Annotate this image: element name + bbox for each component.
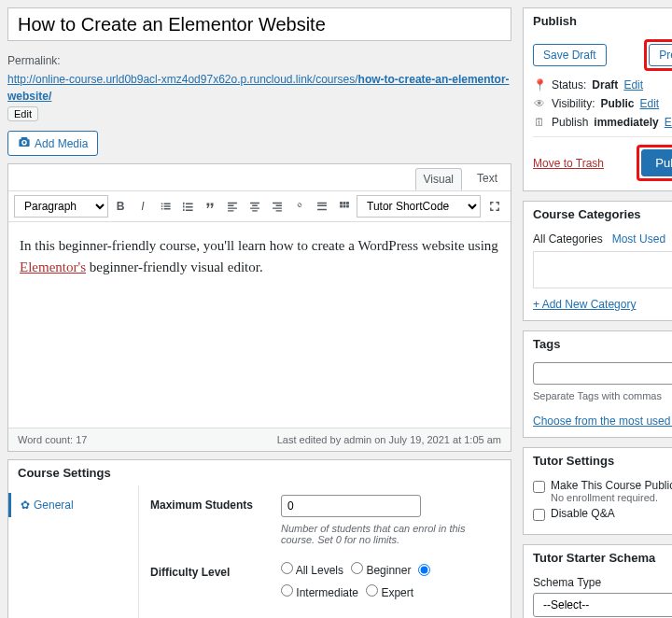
schedule-value: immediately	[594, 116, 658, 129]
visibility-edit-link[interactable]: Edit	[639, 97, 659, 110]
save-draft-button[interactable]: Save Draft	[533, 44, 607, 66]
calendar-icon: 🗓	[533, 116, 546, 129]
editor: Visual Text Paragraph B I Tutor ShortCod…	[7, 163, 511, 452]
categories-list	[533, 251, 672, 288]
max-students-desc: Number of students that can enrol in thi…	[281, 523, 499, 545]
schema-type-select[interactable]: --Select--	[533, 593, 672, 617]
radio-expert[interactable]: Expert	[366, 584, 413, 599]
difficulty-radios: All Levels Beginner Intermediate Expert	[281, 562, 499, 599]
last-edited: Last edited by admin on July 19, 2021 at…	[277, 434, 501, 445]
editor-content[interactable]: In this beginner-friendly course, you'll…	[8, 222, 511, 428]
publish-button[interactable]: Publish	[641, 149, 672, 176]
gear-icon: ✿	[21, 499, 30, 512]
add-category-link[interactable]: + Add New Category	[533, 298, 636, 311]
visibility-value: Public	[600, 97, 634, 110]
highlight-publish: Publish	[637, 145, 672, 181]
move-up-icon[interactable]: ∧	[667, 552, 672, 565]
move-up-icon[interactable]: ∧	[667, 208, 672, 221]
editor-tab-text[interactable]: Text	[469, 168, 505, 190]
visibility-label: Visibility:	[552, 97, 595, 110]
tags-box: Tags ∧ ∨ ▴ Add Separate Tags with commas…	[523, 330, 672, 438]
align-right-icon[interactable]	[267, 196, 287, 217]
make-public-checkbox[interactable]	[533, 481, 545, 493]
italic-icon[interactable]: I	[133, 196, 153, 217]
tag-help: Separate Tags with commas	[533, 390, 672, 401]
tag-choose-link[interactable]: Choose from the most used Tags	[533, 414, 672, 428]
radio-intermediate[interactable]: Intermediate	[281, 584, 358, 599]
svg-rect-5	[346, 205, 349, 208]
max-students-input[interactable]	[281, 495, 421, 517]
pin-icon: 📍	[533, 78, 546, 91]
schema-type-label: Schema Type	[533, 576, 672, 589]
bullet-list-icon[interactable]	[155, 196, 175, 217]
tab-general-label: General	[34, 499, 74, 512]
editor-status-bar: Word count: 17 Last edited by admin on J…	[8, 428, 511, 451]
schema-box: Tutor Starter Schema ∧ ∨ ▴ Schema Type -…	[523, 544, 672, 618]
course-settings-title: Course Settings	[8, 460, 511, 485]
permalink-label: Permalink:	[7, 52, 61, 69]
radio-beginner[interactable]: Beginner	[351, 562, 411, 577]
status-edit-link[interactable]: Edit	[623, 78, 643, 91]
editor-tab-visual[interactable]: Visual	[415, 168, 462, 190]
radio-all-levels[interactable]: All Levels	[281, 562, 343, 577]
tutor-shortcode-select[interactable]: Tutor ShortCode	[357, 195, 481, 218]
disable-qa-label: Disable Q&A	[551, 507, 615, 520]
post-title-input[interactable]	[7, 7, 511, 41]
make-public-label: Make This Course Public	[551, 479, 672, 492]
svg-rect-1	[343, 202, 346, 204]
tutor-settings-box: Tutor Settings ∧ ∨ ▴ Make This Course Pu…	[523, 447, 672, 535]
read-more-icon[interactable]	[312, 196, 332, 217]
permalink-link[interactable]: http://online-course.urld0b9acl-xmz4od97…	[7, 71, 511, 105]
svg-rect-3	[340, 205, 343, 208]
bold-icon[interactable]: B	[110, 196, 131, 217]
move-up-icon[interactable]: ∧	[667, 15, 672, 28]
add-media-button[interactable]: Add Media	[7, 131, 98, 156]
media-icon	[18, 135, 31, 151]
tags-title: Tags	[533, 337, 560, 351]
number-list-icon[interactable]	[177, 196, 198, 217]
max-students-label: Maximum Students	[150, 495, 262, 545]
status-label: Status:	[552, 78, 586, 91]
eye-icon: 👁	[533, 97, 546, 110]
editor-text: beginner-friendly visual editor.	[86, 260, 263, 274]
move-to-trash-link[interactable]: Move to Trash	[533, 157, 604, 170]
schedule-edit-link[interactable]: Edit	[665, 116, 672, 129]
blockquote-icon[interactable]	[200, 196, 220, 217]
schedule-label: Publish	[552, 116, 588, 129]
wordcount: Word count: 17	[18, 434, 87, 445]
tag-input[interactable]	[533, 362, 672, 385]
status-value: Draft	[592, 78, 618, 91]
cat-tab-most-used[interactable]: Most Used	[612, 232, 665, 246]
move-up-icon[interactable]: ∧	[667, 338, 672, 351]
align-left-icon[interactable]	[222, 196, 243, 217]
align-center-icon[interactable]	[245, 196, 265, 217]
tutor-settings-title: Tutor Settings	[533, 454, 614, 468]
link-icon[interactable]	[289, 196, 310, 217]
preview-button[interactable]: Preview	[649, 44, 672, 66]
svg-rect-0	[340, 202, 343, 204]
format-select[interactable]: Paragraph	[14, 195, 108, 218]
publish-box: Publish ∧ ∨ ▴ Save Draft Preview 📍 Statu…	[523, 7, 672, 191]
radio-selected-extra[interactable]	[418, 564, 430, 576]
permalink-row: Permalink: http://online-course.urld0b9a…	[7, 49, 511, 123]
move-up-icon[interactable]: ∧	[667, 455, 672, 468]
make-public-sub: No enrollment required.	[551, 492, 672, 503]
disable-qa-checkbox[interactable]	[533, 509, 545, 521]
categories-box: Course Categories ∧ ∨ ▴ All Categories M…	[523, 201, 672, 321]
cat-tab-all[interactable]: All Categories	[533, 232, 603, 246]
tab-general[interactable]: ✿ General	[8, 493, 138, 517]
editor-mode-tabs: Visual Text	[8, 164, 511, 190]
svg-rect-4	[343, 205, 346, 208]
categories-title: Course Categories	[533, 207, 641, 221]
editor-toolbar: Paragraph B I Tutor ShortCode	[8, 190, 511, 222]
permalink-edit-button[interactable]: Edit	[7, 106, 38, 121]
editor-text: In this beginner-friendly course, you'll…	[20, 238, 498, 253]
publish-title: Publish	[533, 14, 577, 28]
fullscreen-icon[interactable]	[484, 196, 505, 217]
editor-text-link: Elementor's	[20, 260, 86, 274]
course-settings-box: Course Settings ✿ General Maximum Studen…	[7, 459, 511, 618]
difficulty-label: Difficulty Level	[150, 562, 262, 599]
schema-title: Tutor Starter Schema	[533, 551, 655, 565]
add-media-label: Add Media	[35, 137, 88, 150]
toolbar-toggle-icon[interactable]	[334, 196, 355, 217]
